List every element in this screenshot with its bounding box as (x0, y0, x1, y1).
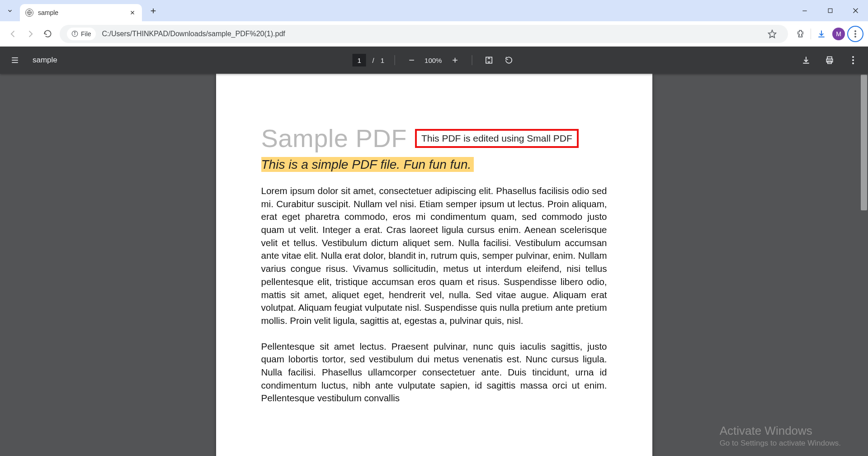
profile-button[interactable]: M (830, 25, 847, 43)
pdf-document-title: sample (33, 56, 57, 65)
page-separator: / (373, 57, 374, 64)
annotation-box: This PDF is edited using Small PDF (415, 129, 579, 148)
info-icon (71, 30, 78, 37)
pdf-viewport[interactable]: Sample PDF This PDF is edited using Smal… (0, 74, 868, 456)
new-tab-button[interactable] (146, 3, 161, 19)
toolbar-divider (394, 55, 395, 65)
omnibox[interactable]: File C:/Users/THINKPAD/Downloads/sample_… (60, 25, 788, 43)
bookmark-button[interactable] (764, 25, 781, 43)
svg-point-11 (75, 32, 75, 33)
file-chip-label: File (81, 30, 91, 38)
address-bar-row: File C:/Users/THINKPAD/Downloads/sample_… (0, 21, 868, 47)
document-subtitle: This is a simple PDF file. Fun fun fun. (261, 157, 474, 172)
close-window-button[interactable] (843, 0, 868, 21)
scrollbar-thumb[interactable] (861, 75, 867, 210)
paragraph-1: Lorem ipsum dolor sit amet, consectetuer… (261, 185, 607, 328)
tab-title: sample (38, 9, 128, 16)
svg-point-30 (852, 62, 854, 64)
print-button[interactable] (823, 53, 836, 67)
downloads-button[interactable] (813, 25, 830, 43)
globe-icon (25, 9, 33, 17)
svg-rect-6 (828, 9, 832, 13)
document-heading: Sample PDF (261, 124, 407, 153)
page-total: 1 (381, 57, 384, 64)
browser-tab-strip: sample (0, 0, 868, 21)
pdf-page: Sample PDF This PDF is edited using Smal… (216, 74, 652, 456)
zoom-level: 100% (425, 57, 442, 64)
reload-button[interactable] (39, 25, 56, 43)
svg-point-15 (854, 33, 856, 35)
rotate-button[interactable] (502, 53, 515, 67)
site-info-chip[interactable]: File (67, 28, 96, 40)
svg-point-14 (854, 30, 856, 32)
fit-page-button[interactable] (482, 53, 495, 67)
scrollbar[interactable] (860, 74, 868, 456)
url-text: C:/Users/THINKPAD/Downloads/sample_PDF%2… (102, 30, 285, 38)
zoom-in-button[interactable] (448, 53, 462, 67)
download-pdf-button[interactable] (799, 53, 813, 67)
toolbar-separator (811, 28, 811, 39)
back-button[interactable] (5, 25, 22, 43)
window-controls (792, 0, 868, 21)
avatar: M (832, 28, 845, 40)
toolbar-divider (472, 55, 472, 65)
close-tab-button[interactable] (128, 9, 137, 17)
svg-point-16 (854, 36, 856, 38)
forward-button[interactable] (22, 25, 39, 43)
tab-search-button[interactable] (4, 5, 16, 17)
pdf-sidebar-toggle[interactable] (8, 53, 22, 67)
svg-point-28 (852, 56, 854, 58)
pdf-toolbar: sample / 1 100% (0, 47, 868, 74)
pdf-more-menu[interactable] (846, 53, 860, 67)
zoom-out-button[interactable] (405, 53, 418, 67)
minimize-button[interactable] (792, 0, 817, 21)
svg-marker-12 (769, 30, 776, 38)
chrome-menu-button[interactable] (847, 26, 863, 42)
paragraph-2: Pellentesque sit amet lectus. Praesent p… (261, 340, 607, 405)
browser-tab[interactable]: sample (20, 4, 142, 21)
page-number-input[interactable] (353, 54, 366, 66)
maximize-button[interactable] (817, 0, 843, 21)
extensions-button[interactable] (792, 25, 809, 43)
svg-point-29 (852, 59, 854, 61)
